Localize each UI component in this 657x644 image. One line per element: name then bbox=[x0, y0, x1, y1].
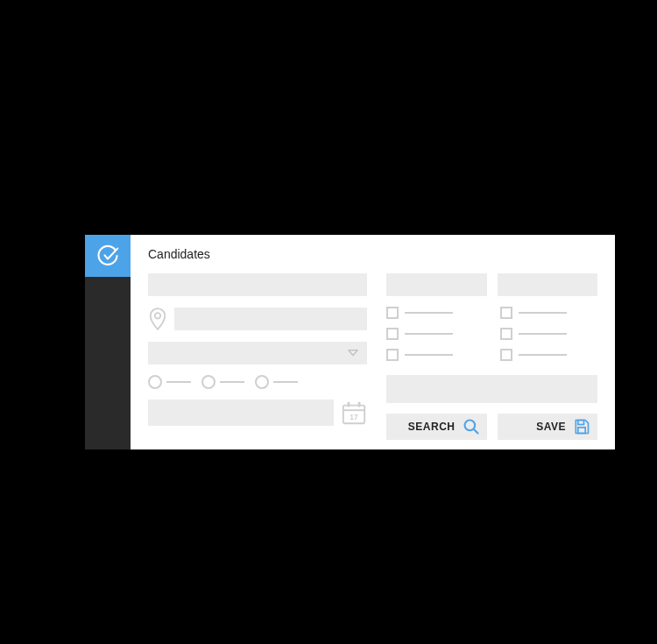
checkbox-5[interactable] bbox=[386, 349, 484, 361]
keyword-input[interactable] bbox=[148, 273, 367, 296]
checkbox-6[interactable] bbox=[500, 349, 598, 361]
svg-rect-3 bbox=[348, 402, 350, 407]
radio-label-placeholder bbox=[220, 381, 244, 383]
form-left-column: 17 bbox=[148, 273, 367, 440]
radio-icon bbox=[255, 375, 269, 389]
app-window: Candidates bbox=[85, 235, 615, 449]
save-disk-icon bbox=[573, 418, 590, 435]
radio-option-1[interactable] bbox=[148, 375, 191, 389]
checkbox-icon bbox=[386, 328, 399, 340]
checkbox-label-placeholder bbox=[405, 333, 453, 335]
location-input[interactable] bbox=[174, 308, 367, 330]
checkbox-icon bbox=[500, 307, 512, 319]
checkbox-label-placeholder bbox=[519, 354, 567, 356]
svg-point-0 bbox=[155, 313, 160, 318]
checkbox-label-placeholder bbox=[519, 312, 567, 314]
date-input[interactable] bbox=[148, 400, 334, 426]
radio-icon bbox=[148, 375, 162, 389]
main-panel: Candidates bbox=[131, 235, 615, 449]
top-field-pair bbox=[386, 273, 597, 296]
action-row: SEARCH SAVE bbox=[386, 414, 597, 440]
checkbox-1[interactable] bbox=[386, 307, 484, 319]
radio-option-2[interactable] bbox=[201, 375, 244, 389]
checkbox-grid bbox=[386, 307, 597, 361]
category-select[interactable] bbox=[148, 342, 367, 364]
field-a[interactable] bbox=[386, 273, 487, 296]
radio-label-placeholder bbox=[166, 381, 191, 383]
checkbox-3[interactable] bbox=[386, 328, 484, 340]
svg-rect-9 bbox=[578, 428, 585, 434]
date-row: 17 bbox=[148, 400, 367, 426]
save-button[interactable]: SAVE bbox=[498, 414, 598, 440]
logo-check-circle-icon bbox=[95, 244, 120, 268]
checkbox-icon bbox=[386, 349, 399, 361]
checkbox-icon bbox=[500, 349, 512, 361]
notes-input[interactable] bbox=[386, 375, 597, 403]
svg-text:17: 17 bbox=[350, 413, 358, 421]
calendar-icon[interactable]: 17 bbox=[341, 400, 367, 426]
location-pin-icon bbox=[148, 307, 167, 331]
checkbox-label-placeholder bbox=[405, 354, 453, 356]
form-right-column: SEARCH SAVE bbox=[386, 273, 597, 440]
radio-group bbox=[148, 375, 367, 389]
location-row bbox=[148, 307, 367, 331]
sidebar bbox=[85, 235, 131, 449]
checkbox-icon bbox=[386, 307, 399, 319]
svg-rect-8 bbox=[578, 421, 584, 425]
radio-icon bbox=[201, 375, 215, 389]
radio-label-placeholder bbox=[273, 381, 298, 383]
checkbox-4[interactable] bbox=[500, 328, 598, 340]
save-button-label: SAVE bbox=[508, 421, 567, 433]
checkbox-label-placeholder bbox=[519, 333, 567, 335]
checkbox-icon bbox=[500, 328, 512, 340]
svg-line-7 bbox=[473, 429, 477, 434]
field-b[interactable] bbox=[498, 273, 598, 296]
search-form: 17 bbox=[148, 273, 597, 440]
search-button[interactable]: SEARCH bbox=[386, 414, 487, 440]
radio-option-3[interactable] bbox=[255, 375, 298, 389]
chevron-down-icon bbox=[348, 349, 358, 357]
search-button-label: SEARCH bbox=[397, 421, 456, 433]
checkbox-label-placeholder bbox=[405, 312, 453, 314]
logo-tile[interactable] bbox=[85, 235, 131, 277]
svg-rect-4 bbox=[358, 402, 361, 407]
page-title: Candidates bbox=[148, 247, 597, 261]
checkbox-2[interactable] bbox=[500, 307, 598, 319]
search-icon bbox=[463, 418, 480, 435]
